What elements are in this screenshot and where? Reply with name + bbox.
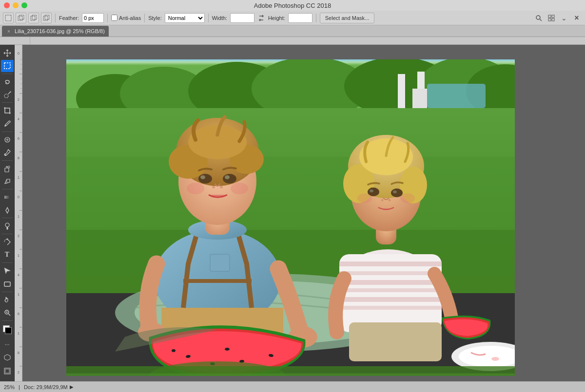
- style-select[interactable]: Normal Fixed Ratio Fixed Size: [165, 13, 205, 23]
- active-tab[interactable]: × Lilia_230716-036.jpg @ 25% (RGB/8): [2, 26, 109, 37]
- svg-rect-33: [5, 369, 9, 373]
- svg-point-26: [6, 238, 8, 240]
- tool-separator-2: [2, 102, 13, 103]
- photo-canvas-wrapper: [66, 59, 515, 376]
- svg-rect-13: [4, 63, 10, 69]
- path-selection-tool[interactable]: [1, 264, 14, 277]
- svg-rect-124: [339, 288, 442, 292]
- select-and-mask-btn[interactable]: Select and Mask...: [320, 13, 375, 23]
- 3d-tool[interactable]: [1, 351, 14, 364]
- frame-tool[interactable]: [1, 365, 14, 377]
- brush-tool[interactable]: [1, 146, 14, 159]
- maximize-button[interactable]: [21, 2, 27, 8]
- marquee-tool[interactable]: [1, 60, 14, 73]
- separator-1: [55, 14, 56, 22]
- app-title: Adobe Photoshop CC 2018: [254, 2, 331, 9]
- tab-bar: × Lilia_230716-036.jpg @ 25% (RGB/8): [0, 25, 585, 37]
- style-label: Style:: [148, 15, 162, 21]
- minimize-button[interactable]: [13, 2, 19, 8]
- separator-5: [316, 14, 316, 22]
- status-separator: |: [19, 384, 20, 390]
- intersect-selection-btn[interactable]: [41, 13, 52, 23]
- feather-label: Feather:: [59, 15, 79, 21]
- pen-tool[interactable]: [1, 236, 14, 248]
- doc-info-arrow[interactable]: ▶: [70, 384, 74, 390]
- svg-point-135: [391, 188, 403, 197]
- svg-line-29: [8, 314, 10, 316]
- hand-tool[interactable]: [1, 293, 14, 306]
- svg-rect-3: [31, 16, 35, 20]
- move-tool[interactable]: [1, 47, 14, 59]
- separator-4: [208, 14, 209, 22]
- svg-rect-6: [45, 15, 49, 19]
- tab-label: Lilia_230716-036.jpg @ 25% (RGB/8): [15, 28, 105, 34]
- blur-tool[interactable]: [1, 204, 14, 217]
- ruler-corner: [0, 37, 30, 45]
- width-label: Width:: [212, 15, 227, 21]
- svg-text:1: 1: [18, 176, 20, 179]
- svg-point-110: [231, 183, 248, 194]
- svg-rect-5: [43, 16, 48, 20]
- svg-rect-9: [548, 15, 551, 18]
- subtract-selection-btn[interactable]: [28, 13, 39, 23]
- svg-rect-4: [32, 15, 37, 19]
- svg-rect-20: [5, 168, 9, 172]
- tool-separator-10: [2, 320, 13, 321]
- close-button[interactable]: [4, 2, 10, 8]
- gradient-tool[interactable]: [1, 191, 14, 204]
- search-icon[interactable]: [533, 13, 544, 23]
- svg-text:1: 1: [18, 215, 20, 218]
- svg-rect-125: [339, 297, 442, 302]
- lasso-tool[interactable]: [1, 75, 14, 88]
- zoom-tool[interactable]: [1, 306, 14, 319]
- svg-point-25: [5, 223, 9, 227]
- width-input[interactable]: [230, 13, 254, 23]
- svg-text:1: 1: [18, 332, 20, 335]
- eyedropper-tool[interactable]: [1, 117, 14, 130]
- svg-rect-123: [339, 280, 442, 285]
- anti-alias-checkbox[interactable]: Anti-alias: [111, 15, 141, 21]
- type-tool[interactable]: T: [1, 249, 14, 261]
- add-selection-btn[interactable]: [16, 13, 26, 23]
- svg-text:1: 1: [18, 293, 20, 296]
- swap-dimensions-btn[interactable]: [256, 13, 266, 23]
- tool-separator-9: [2, 292, 13, 292]
- healing-brush-tool[interactable]: [1, 133, 14, 146]
- more-tools[interactable]: ···: [1, 338, 14, 351]
- svg-point-137: [393, 190, 397, 193]
- tab-close-icon[interactable]: ×: [6, 28, 12, 34]
- svg-rect-2: [20, 15, 24, 19]
- left-toolbar: T: [0, 45, 15, 381]
- tool-separator-8: [2, 262, 13, 263]
- clone-stamp-tool[interactable]: [1, 162, 14, 175]
- zoom-level: 25%: [4, 384, 15, 390]
- canvas-area[interactable]: [22, 45, 585, 381]
- options-bar: Feather: Anti-alias Style: Normal Fixed …: [0, 11, 585, 25]
- svg-point-105: [200, 175, 205, 179]
- eraser-tool[interactable]: [1, 175, 14, 188]
- new-selection-btn[interactable]: [3, 13, 14, 23]
- dodge-tool[interactable]: [1, 220, 14, 232]
- quick-select-tool[interactable]: [1, 89, 14, 101]
- arrange-windows-icon[interactable]: [546, 13, 557, 23]
- svg-point-108: [220, 186, 223, 188]
- expand-icon[interactable]: ⌄: [559, 13, 569, 23]
- height-input[interactable]: [288, 13, 312, 23]
- crop-tool[interactable]: [1, 104, 14, 117]
- svg-rect-1: [18, 16, 22, 20]
- svg-rect-121: [339, 261, 442, 266]
- svg-rect-12: [552, 19, 554, 21]
- svg-point-136: [370, 189, 373, 192]
- svg-point-141: [400, 193, 415, 203]
- svg-text:4: 4: [18, 117, 20, 121]
- svg-text:2: 2: [18, 234, 20, 238]
- svg-point-109: [187, 183, 204, 194]
- svg-point-103: [198, 174, 212, 184]
- svg-point-104: [223, 174, 236, 184]
- doc-info: Doc: 29,9M/29,9M: [24, 384, 68, 390]
- feather-input[interactable]: [82, 13, 104, 23]
- shape-tool[interactable]: [1, 278, 14, 290]
- color-swatches[interactable]: [1, 323, 14, 336]
- close-app-icon[interactable]: ×: [571, 13, 582, 23]
- tool-separator-3: [2, 131, 13, 132]
